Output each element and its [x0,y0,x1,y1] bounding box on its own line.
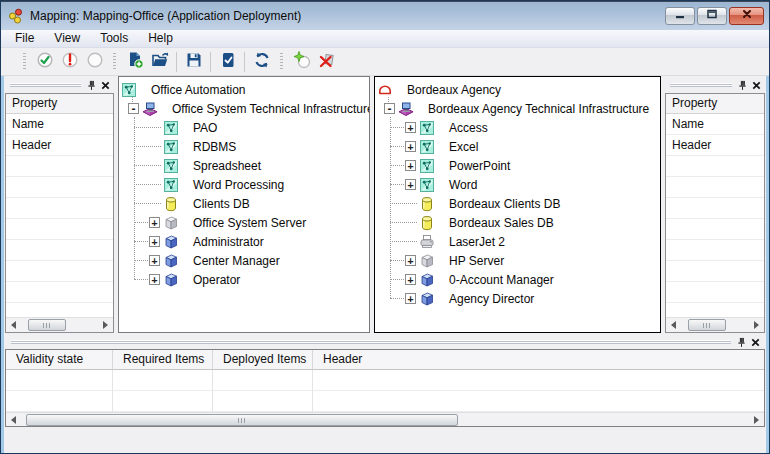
property-column-header[interactable]: Property [666,94,764,114]
tree-item[interactable]: Bordeaux Agency [375,80,660,99]
property-column-header[interactable]: Property [6,94,113,114]
tree-item[interactable]: HP Server [375,251,660,270]
tree-item[interactable]: 0-Account Manager [375,270,660,289]
menu-help[interactable]: Help [138,30,183,47]
status-strip [4,427,766,454]
expander-toggle[interactable] [149,217,160,228]
invalid-marker-button[interactable] [57,50,82,74]
pin-icon[interactable] [735,79,749,92]
expander-toggle[interactable] [405,122,416,133]
expander-toggle[interactable] [405,274,416,285]
menu-view[interactable]: View [44,30,90,47]
menu-tools[interactable]: Tools [90,30,138,47]
property-row-name[interactable]: Name [666,114,764,135]
titlebar[interactable]: Mapping: Mapping-Office (Application Dep… [1,1,769,30]
property-row-name[interactable]: Name [6,114,113,135]
new-wizard-icon [293,51,311,73]
table-row [6,391,764,412]
save-button[interactable] [181,50,206,74]
tree-item[interactable]: PowerPoint [375,156,660,175]
toolbar-grip[interactable] [280,53,283,71]
expander-toggle[interactable] [405,293,416,304]
tree-item[interactable]: LaserJet 2 [375,232,660,251]
close-button[interactable] [729,7,764,25]
menu-file[interactable]: File [5,30,44,47]
left-properties-panel: Property Name Header [4,76,115,333]
tree-connector [390,203,417,204]
tree-item[interactable]: Clients DB [119,194,369,213]
tree-item[interactable]: Bordeaux Agency Technical Infrastructure [375,99,660,118]
panel-drag-grip[interactable] [11,340,731,345]
expander-toggle[interactable] [128,103,139,114]
expander-toggle[interactable] [405,255,416,266]
delete-button[interactable] [314,50,339,74]
new-object-button[interactable] [122,50,147,74]
tree-item[interactable]: Operator [119,270,369,289]
scroll-track[interactable] [21,318,98,333]
scroll-thumb[interactable] [28,319,66,331]
scroll-left-arrow[interactable] [6,413,21,428]
tree-item[interactable]: Word Processing [119,175,369,194]
tree-item[interactable]: Office System Technical Infrastructure [119,99,369,118]
panel-close-icon[interactable] [749,79,763,92]
tree-item-label: Clients DB [193,197,250,211]
document-check-button[interactable] [215,50,240,74]
property-row-header[interactable]: Header [666,135,764,156]
tree-item-icon [163,253,179,269]
panel-close-icon[interactable] [98,79,112,92]
tree-item[interactable]: Bordeaux Clients DB [375,194,660,213]
column-deployed-items[interactable]: Deployed Items [213,350,313,370]
tree-item[interactable]: Office System Server [119,213,369,232]
pin-icon[interactable] [84,79,98,92]
tree-connector [390,146,404,147]
expander-toggle[interactable] [149,236,160,247]
panel-close-icon[interactable] [748,336,762,349]
scroll-right-arrow[interactable] [98,318,113,333]
empty-state-button[interactable] [82,50,107,74]
minimize-button[interactable] [665,7,695,25]
tree-connector [390,298,404,299]
expander-toggle[interactable] [405,141,416,152]
panel-drag-grip[interactable] [10,83,81,88]
scroll-right-arrow[interactable] [749,413,764,428]
scroll-track[interactable] [681,318,749,333]
scroll-left-arrow[interactable] [666,318,681,333]
empty-state-icon [86,51,104,73]
expander-toggle[interactable] [149,274,160,285]
tree-item[interactable]: Spreadsheet [119,156,369,175]
pin-icon[interactable] [734,336,748,349]
tree-item[interactable]: Agency Director [375,289,660,308]
scroll-left-arrow[interactable] [6,318,21,333]
tree-item[interactable]: Excel [375,137,660,156]
tree-item[interactable]: PAO [119,118,369,137]
scroll-right-arrow[interactable] [749,318,764,333]
toolbar-grip[interactable] [23,53,26,71]
tree-item[interactable]: Access [375,118,660,137]
column-header[interactable]: Header [313,350,764,370]
expander-toggle[interactable] [405,179,416,190]
expander-toggle[interactable] [384,103,395,114]
tree-item[interactable]: Center Manager [119,251,369,270]
scroll-thumb[interactable] [688,319,726,331]
scroll-thumb[interactable] [26,414,458,426]
new-wizard-button[interactable] [289,50,314,74]
toolbar-separator [176,52,177,72]
expander-toggle[interactable] [149,255,160,266]
tree-item[interactable]: RDBMS [119,137,369,156]
tree-item[interactable]: Office Automation [119,80,369,99]
property-row-header[interactable]: Header [6,135,113,156]
tree-item[interactable]: Word [375,175,660,194]
column-required-items[interactable]: Required Items [113,350,213,370]
tree-item-label: Bordeaux Clients DB [449,197,560,211]
validate-check-button[interactable] [32,50,57,74]
refresh-button[interactable] [249,50,274,74]
scroll-track[interactable] [21,413,749,428]
open-button[interactable] [147,50,172,74]
column-validity-state[interactable]: Validity state [6,350,113,370]
tree-item[interactable]: Administrator [119,232,369,251]
panel-drag-grip[interactable] [670,83,732,88]
tree-item[interactable]: Bordeaux Sales DB [375,213,660,232]
toolbar-grip[interactable] [113,53,116,71]
expander-toggle[interactable] [405,160,416,171]
maximize-button[interactable] [697,7,727,25]
